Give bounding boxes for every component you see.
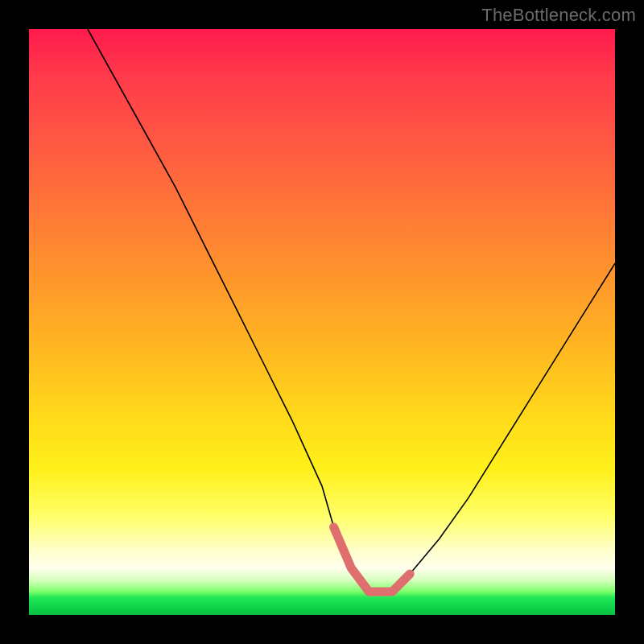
plot-area — [29, 29, 615, 615]
bottleneck-curve — [88, 29, 615, 592]
watermark-text: TheBottleneck.com — [481, 5, 636, 26]
chart-frame: TheBottleneck.com — [0, 0, 644, 644]
chart-svg — [29, 29, 615, 615]
optimal-zone-highlight — [334, 527, 411, 592]
